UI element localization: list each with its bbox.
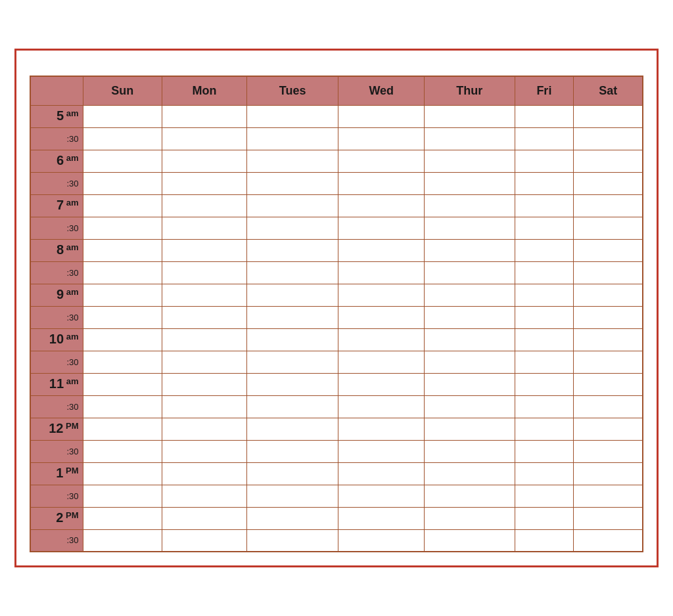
time-label-12-half: :30 — [30, 440, 83, 462]
time-row-11-bottom: :30 — [30, 395, 643, 418]
cell-fri-10-bottom — [515, 351, 574, 373]
time-row-9-bottom: :30 — [30, 306, 643, 328]
cell-mon-8-top — [162, 239, 247, 261]
cell-tues-6-top — [246, 150, 338, 172]
day-header-sat: Sat — [574, 76, 643, 105]
day-header-wed: Wed — [338, 76, 425, 105]
header-row: SunMonTuesWedThurFriSat — [30, 76, 643, 105]
cell-tues-9-bottom — [246, 306, 338, 328]
day-header-sun: Sun — [83, 76, 162, 105]
cell-tues-10-top — [246, 328, 338, 351]
cell-mon-10-bottom — [162, 351, 247, 373]
cell-tues-6-bottom — [246, 172, 338, 194]
cell-thur-12-top — [425, 418, 515, 440]
cell-sat-7-top — [574, 194, 643, 217]
time-label-12: 12 PM — [30, 418, 83, 440]
cell-mon-10-top — [162, 328, 247, 351]
cell-sun-11-top — [83, 373, 162, 395]
cell-sun-10-top — [83, 328, 162, 351]
time-row-2-bottom: :30 — [30, 529, 643, 552]
cell-sat-8-top — [574, 239, 643, 261]
time-row-10-top: 10 am — [30, 328, 643, 351]
cell-tues-5-top — [246, 105, 338, 127]
cell-mon-9-top — [162, 284, 247, 306]
time-row-12-bottom: :30 — [30, 440, 643, 462]
time-label-2: 2 PM — [30, 507, 83, 529]
day-header-mon: Mon — [162, 76, 247, 105]
cell-sun-8-top — [83, 239, 162, 261]
cell-sat-5-top — [574, 105, 643, 127]
cell-sat-5-bottom — [574, 127, 643, 150]
cell-fri-8-top — [515, 239, 574, 261]
cell-mon-12-top — [162, 418, 247, 440]
cell-wed-9-top — [338, 284, 425, 306]
cell-sat-11-top — [574, 373, 643, 395]
cell-sun-9-bottom — [83, 306, 162, 328]
time-label-5-half: :30 — [30, 127, 83, 150]
cell-fri-7-bottom — [515, 217, 574, 239]
cell-sat-12-top — [574, 418, 643, 440]
cell-sat-9-bottom — [574, 306, 643, 328]
cell-tues-7-top — [246, 194, 338, 217]
cell-wed-10-top — [338, 328, 425, 351]
cell-sat-2-top — [574, 507, 643, 529]
cell-mon-9-bottom — [162, 306, 247, 328]
time-row-2-top: 2 PM — [30, 507, 643, 529]
cell-thur-9-bottom — [425, 306, 515, 328]
cell-sun-6-bottom — [83, 172, 162, 194]
cell-fri-2-top — [515, 507, 574, 529]
time-label-8-half: :30 — [30, 261, 83, 284]
cell-wed-12-bottom — [338, 440, 425, 462]
cell-sat-11-bottom — [574, 395, 643, 418]
time-label-1-half: :30 — [30, 485, 83, 507]
cell-mon-11-top — [162, 373, 247, 395]
cell-mon-7-bottom — [162, 217, 247, 239]
cell-thur-11-bottom — [425, 395, 515, 418]
cell-wed-6-top — [338, 150, 425, 172]
cell-wed-11-top — [338, 373, 425, 395]
day-header-fri: Fri — [515, 76, 574, 105]
day-header-tues: Tues — [246, 76, 338, 105]
cell-tues-11-top — [246, 373, 338, 395]
cell-mon-5-bottom — [162, 127, 247, 150]
time-row-5-top: 5 am — [30, 105, 643, 127]
cell-fri-1-bottom — [515, 485, 574, 507]
cell-sun-12-bottom — [83, 440, 162, 462]
cell-thur-10-top — [425, 328, 515, 351]
time-label-7-half: :30 — [30, 217, 83, 239]
time-label-5: 5 am — [30, 105, 83, 127]
cell-tues-12-top — [246, 418, 338, 440]
cell-fri-7-top — [515, 194, 574, 217]
time-label-11: 11 am — [30, 373, 83, 395]
time-row-1-bottom: :30 — [30, 485, 643, 507]
cell-mon-6-bottom — [162, 172, 247, 194]
cell-thur-7-top — [425, 194, 515, 217]
cell-wed-1-top — [338, 462, 425, 485]
cell-sun-2-top — [83, 507, 162, 529]
cell-fri-8-bottom — [515, 261, 574, 284]
cell-sat-9-top — [574, 284, 643, 306]
cell-sun-2-bottom — [83, 529, 162, 552]
time-label-9-half: :30 — [30, 306, 83, 328]
time-row-12-top: 12 PM — [30, 418, 643, 440]
cell-fri-9-bottom — [515, 306, 574, 328]
cell-sun-12-top — [83, 418, 162, 440]
cell-thur-8-bottom — [425, 261, 515, 284]
cell-wed-6-bottom — [338, 172, 425, 194]
cell-fri-6-bottom — [515, 172, 574, 194]
cell-sun-8-bottom — [83, 261, 162, 284]
time-label-6-half: :30 — [30, 172, 83, 194]
cell-tues-8-bottom — [246, 261, 338, 284]
cell-thur-6-top — [425, 150, 515, 172]
cell-mon-6-top — [162, 150, 247, 172]
cell-sat-1-bottom — [574, 485, 643, 507]
cell-tues-1-top — [246, 462, 338, 485]
page-wrapper: SunMonTuesWedThurFriSat 5 am:306 am:307 … — [14, 49, 659, 567]
cell-wed-5-top — [338, 105, 425, 127]
time-label-1: 1 PM — [30, 462, 83, 485]
cell-thur-12-bottom — [425, 440, 515, 462]
time-row-5-bottom: :30 — [30, 127, 643, 150]
cell-thur-7-bottom — [425, 217, 515, 239]
time-label-8: 8 am — [30, 239, 83, 261]
cell-thur-6-bottom — [425, 172, 515, 194]
